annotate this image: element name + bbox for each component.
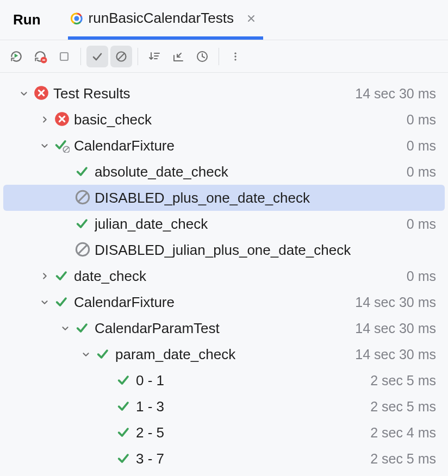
test-history-button[interactable] [191,46,213,67]
test-node-label: DISABLED_plus_one_date_check [95,190,310,206]
test-node-label: CalendarParamTest [95,320,220,337]
chevron-down-icon[interactable] [14,84,34,103]
import-tests-button[interactable] [167,46,189,67]
google-test-icon [70,12,83,25]
test-node-label: 3 - 7 [136,450,164,467]
rerun-failed-button[interactable] [29,46,51,67]
test-tree-row[interactable]: CalendarParamTest14 sec 30 ms [3,315,445,341]
test-tree-row[interactable]: 1 - 32 sec 5 ms [3,393,445,419]
test-duration: 0 ms [407,138,436,154]
test-tree-row[interactable]: basic_check0 ms [3,107,445,133]
toolbar-separator [80,48,81,65]
rerun-button[interactable] [5,46,27,67]
svg-rect-2 [42,59,45,60]
test-node-label: date_check [74,268,146,285]
test-node-label: DISABLED_julian_plus_one_date_check [95,242,351,259]
pass-icon [75,164,91,180]
test-node-label: 2 - 5 [136,424,164,441]
test-node-label: CalendarFixture [74,294,175,311]
test-tree-row[interactable]: param_date_check14 sec 30 ms [3,341,445,367]
test-duration: 0 ms [407,268,436,284]
test-tree-row[interactable]: 3 - 72 sec 5 ms [3,446,445,472]
stop-button[interactable] [53,46,75,67]
toolbar-separator [219,48,219,65]
test-duration: 0 ms [407,216,436,232]
pass-icon [75,216,91,232]
test-duration: 0 ms [407,112,436,128]
test-results-tree: Test Results14 sec 30 msbasic_check0 msC… [0,73,448,472]
test-tree-row[interactable]: 2 - 52 sec 4 ms [3,419,445,446]
passskip-icon [54,137,71,154]
svg-point-12 [234,59,236,60]
svg-rect-3 [60,53,68,60]
test-tree-row[interactable]: Test Results14 sec 30 ms [3,80,445,107]
chevron-down-icon[interactable] [76,345,96,364]
test-node-label: 0 - 1 [136,372,164,389]
test-duration: 0 ms [407,164,436,180]
chevron-down-icon[interactable] [35,292,54,312]
test-tree-row[interactable]: absolute_date_check0 ms [3,159,445,185]
skip-icon [75,190,91,206]
chevron-down-icon[interactable] [55,318,75,338]
test-duration: 14 sec 30 ms [355,321,436,336]
pass-icon [116,450,133,467]
chevron-right-icon[interactable] [35,266,54,286]
test-duration: 14 sec 30 ms [355,295,436,310]
test-node-label: julian_date_check [95,216,208,233]
test-node-label: param_date_check [115,346,235,363]
test-tree-row[interactable]: DISABLED_plus_one_date_check [3,185,445,211]
svg-line-5 [119,53,125,59]
svg-point-0 [74,16,79,21]
pass-icon [54,294,71,310]
run-config-tab[interactable]: runBasicCalendarTests [68,0,263,40]
test-duration: 2 sec 5 ms [370,373,436,389]
fail-icon [54,111,71,128]
test-tree-row[interactable]: DISABLED_julian_plus_one_date_check [3,237,445,263]
test-duration: 2 sec 4 ms [370,425,436,441]
test-tree-row[interactable]: CalendarFixture14 sec 30 ms [3,289,445,315]
toolbar-separator [138,48,138,65]
show-ignored-toggle[interactable] [110,46,132,67]
pass-icon [116,398,133,415]
fail-icon [34,85,50,102]
close-tab-button[interactable] [244,11,259,26]
svg-point-11 [234,55,236,57]
test-toolbar [0,40,448,73]
chevron-right-icon[interactable] [35,110,54,129]
more-options-button[interactable] [225,46,246,67]
test-tree-row[interactable]: CalendarFixture0 ms [3,133,445,159]
test-node-label: basic_check [74,111,152,128]
pass-icon [75,320,91,336]
pass-icon [116,372,133,389]
test-node-label: 1 - 3 [136,398,164,415]
test-node-label: Test Results [53,85,130,102]
pass-icon [54,268,71,284]
tool-window-title: Run [13,11,41,28]
chevron-down-icon[interactable] [35,136,54,155]
run-tool-header: Run runBasicCalendarTests [0,0,448,40]
test-node-label: absolute_date_check [95,164,228,180]
test-tree-row[interactable]: date_check0 ms [3,263,445,289]
sort-button[interactable] [144,46,165,67]
test-duration: 14 sec 30 ms [355,86,436,102]
pass-icon [96,346,112,362]
show-passed-toggle[interactable] [86,46,108,67]
run-config-tab-label: runBasicCalendarTests [89,10,234,27]
test-tree-row[interactable]: julian_date_check0 ms [3,211,445,237]
test-node-label: CalendarFixture [74,137,175,154]
svg-point-10 [234,52,236,54]
test-duration: 14 sec 30 ms [355,347,436,362]
test-duration: 2 sec 5 ms [370,399,436,415]
pass-icon [116,424,133,441]
test-tree-row[interactable]: 0 - 12 sec 5 ms [3,367,445,393]
test-duration: 2 sec 5 ms [370,451,436,467]
skip-icon [75,242,91,258]
